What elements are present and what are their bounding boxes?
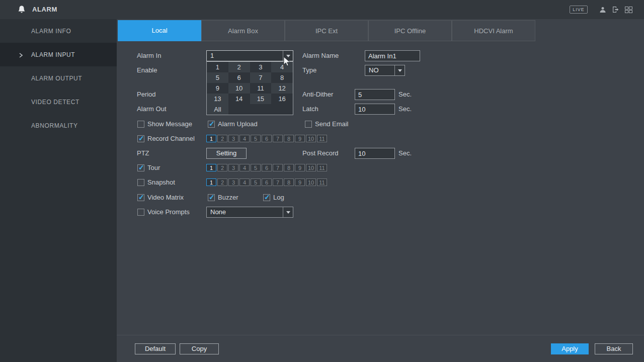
post-record-input[interactable] — [355, 148, 395, 159]
channel-button[interactable]: 10 — [306, 178, 316, 186]
show-message-label: Show Message — [147, 119, 192, 130]
channel-button[interactable]: 3 — [228, 164, 238, 171]
log-label: Log — [273, 192, 284, 203]
channel-button[interactable]: 1 — [206, 135, 216, 142]
latch-input[interactable] — [355, 104, 395, 115]
channel-button[interactable]: 4 — [239, 178, 250, 186]
tab-ipc-offline[interactable]: IPC Offline — [368, 20, 452, 41]
channel-button[interactable]: 11 — [317, 178, 327, 186]
channel-button[interactable]: 8 — [284, 135, 294, 142]
display-layout-icon[interactable] — [625, 6, 632, 15]
type-select[interactable]: NO — [365, 65, 405, 76]
dropdown-option[interactable]: 5 — [207, 72, 228, 83]
channel-button[interactable]: 11 — [317, 164, 327, 171]
alarm-name-label: Alarm Name — [302, 50, 339, 61]
apply-button[interactable]: Apply — [551, 343, 589, 354]
channel-button[interactable]: 4 — [239, 135, 250, 142]
sidebar-item-alarm-output[interactable]: ALARM OUTPUT — [0, 66, 117, 90]
channel-button[interactable]: 3 — [228, 178, 238, 186]
channel-button[interactable]: 5 — [251, 178, 261, 186]
chevron-down-icon[interactable] — [283, 207, 293, 217]
tab-hdcvi-alarm[interactable]: HDCVI Alarm — [452, 20, 535, 41]
tab-local[interactable]: Local — [118, 20, 201, 41]
live-button[interactable]: LIVE — [570, 6, 588, 14]
dropdown-option[interactable]: 8 — [271, 72, 293, 83]
dropdown-option[interactable]: 11 — [250, 83, 272, 94]
dropdown-option[interactable]: 12 — [271, 83, 293, 94]
snapshot-checkbox[interactable] — [137, 179, 144, 186]
channel-button[interactable]: 2 — [217, 178, 227, 186]
record-channel-checkbox[interactable] — [137, 135, 144, 142]
sidebar-item-alarm-info[interactable]: ALARM INFO — [0, 19, 117, 43]
dropdown-option[interactable]: 10 — [228, 83, 250, 94]
copy-button[interactable]: Copy — [180, 343, 219, 354]
channel-button[interactable]: 6 — [262, 178, 272, 186]
channel-button[interactable]: 7 — [273, 135, 283, 142]
buzzer-checkbox[interactable] — [208, 194, 215, 201]
channel-button[interactable]: 9 — [295, 135, 305, 142]
anti-dither-input[interactable] — [355, 89, 395, 100]
voice-prompts-select[interactable]: None — [206, 207, 293, 218]
latch-label: Latch — [302, 104, 318, 115]
alarm-in-select[interactable]: 1 — [206, 50, 293, 61]
video-matrix-checkbox[interactable] — [137, 194, 144, 201]
channel-button[interactable]: 1 — [206, 178, 216, 186]
channel-button[interactable]: 10 — [306, 164, 316, 171]
channel-button[interactable]: 6 — [262, 164, 272, 171]
channel-button[interactable]: 4 — [239, 164, 250, 171]
sidebar-item-alarm-input[interactable]: ALARM INPUT — [0, 43, 117, 66]
alarm-name-input[interactable] — [365, 50, 420, 61]
user-icon[interactable] — [599, 6, 606, 15]
channel-button[interactable]: 5 — [251, 135, 261, 142]
channel-button[interactable]: 3 — [228, 135, 238, 142]
dropdown-option[interactable]: 16 — [271, 94, 293, 104]
channel-button[interactable]: 2 — [217, 135, 227, 142]
chevron-down-icon[interactable] — [283, 51, 293, 61]
sidebar-item-video-detect[interactable]: VIDEO DETECT — [0, 90, 117, 114]
voice-prompts-value: None — [210, 208, 226, 216]
tour-checkbox[interactable] — [137, 164, 144, 171]
channel-button[interactable]: 8 — [284, 178, 294, 186]
tab-ipc-ext[interactable]: IPC Ext — [285, 20, 368, 41]
dropdown-option[interactable]: 13 — [207, 94, 228, 104]
show-message-checkbox[interactable] — [137, 121, 144, 128]
channel-button[interactable]: 7 — [273, 164, 283, 171]
channel-button[interactable]: 9 — [295, 178, 305, 186]
post-record-unit: Sec. — [398, 148, 412, 159]
sidebar: ALARM INFO ALARM INPUT ALARM OUTPUT VIDE… — [0, 19, 117, 362]
channel-button[interactable]: 1 — [206, 164, 216, 171]
channel-button[interactable]: 10 — [306, 135, 316, 142]
chevron-down-icon[interactable] — [394, 65, 405, 75]
back-button[interactable]: Back — [595, 343, 633, 354]
snapshot-channel-strip: 1 2 3 4 5 6 7 8 9 10 11 — [206, 178, 327, 186]
dropdown-option[interactable]: 14 — [228, 94, 250, 104]
log-checkbox[interactable] — [263, 194, 270, 201]
dropdown-option[interactable]: 9 — [207, 83, 228, 94]
voice-prompts-checkbox[interactable] — [137, 209, 144, 216]
channel-button[interactable]: 5 — [251, 164, 261, 171]
alarm-upload-checkbox[interactable] — [208, 121, 215, 128]
channel-button[interactable]: 2 — [217, 164, 227, 171]
channel-button[interactable]: 6 — [262, 135, 272, 142]
channel-button[interactable]: 8 — [284, 164, 294, 171]
dropdown-option[interactable]: 1 — [207, 62, 228, 72]
channel-button[interactable]: 9 — [295, 164, 305, 171]
dropdown-option-all[interactable]: All — [207, 104, 228, 115]
sidebar-item-label: ALARM OUTPUT — [31, 75, 82, 82]
channel-button[interactable]: 11 — [317, 135, 327, 142]
dropdown-option[interactable]: 6 — [228, 72, 250, 83]
sidebar-item-abnormality[interactable]: ABNORMALITY — [0, 114, 117, 137]
channel-button[interactable]: 7 — [273, 178, 283, 186]
dropdown-option[interactable]: 4 — [271, 62, 293, 72]
dropdown-option[interactable]: 3 — [250, 62, 272, 72]
send-email-checkbox[interactable] — [305, 121, 312, 128]
ptz-setting-button[interactable]: Setting — [206, 148, 247, 159]
default-button[interactable]: Default — [135, 343, 176, 354]
sidebar-item-label: VIDEO DETECT — [31, 99, 79, 106]
dropdown-option[interactable]: 7 — [250, 72, 272, 83]
dropdown-option[interactable]: 15 — [250, 94, 272, 104]
logout-icon[interactable] — [612, 6, 620, 15]
sidebar-item-label: ABNORMALITY — [31, 122, 78, 129]
tab-alarm-box[interactable]: Alarm Box — [201, 20, 285, 41]
dropdown-option[interactable]: 2 — [228, 62, 250, 72]
